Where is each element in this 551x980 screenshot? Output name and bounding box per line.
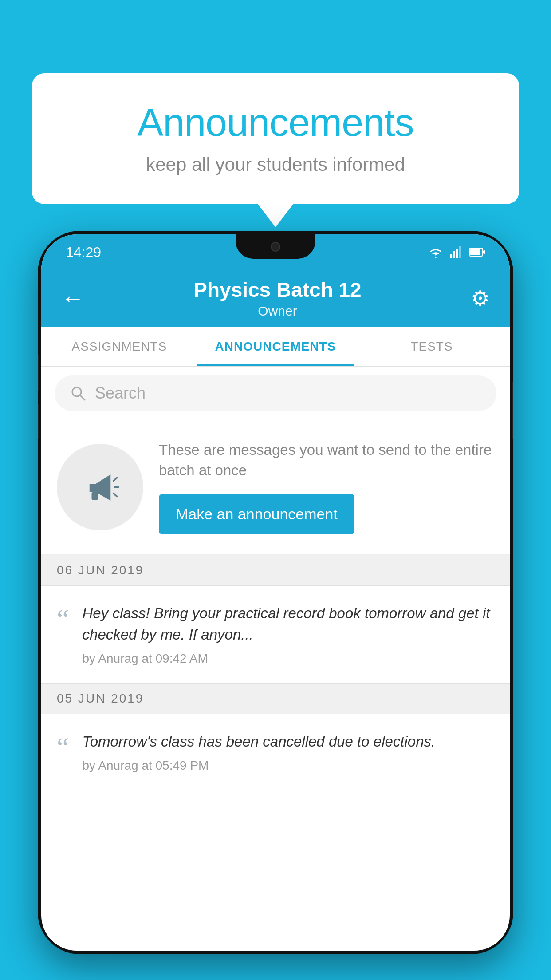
bubble-subtitle: keep all your students informed bbox=[67, 154, 484, 175]
announcement-right: These are messages you want to send to t… bbox=[159, 440, 494, 534]
search-bar-container: Search bbox=[41, 367, 510, 420]
volume-down-button bbox=[38, 404, 39, 439]
announcement-description: These are messages you want to send to t… bbox=[159, 440, 494, 481]
make-announcement-button[interactable]: Make an announcement bbox=[159, 494, 354, 534]
svg-line-8 bbox=[80, 395, 85, 400]
quote-icon-2: “ bbox=[57, 733, 69, 761]
header-title: Physics Batch 12 bbox=[193, 278, 361, 302]
announcement-message-1: Hey class! Bring your practical record b… bbox=[83, 603, 494, 645]
announcement-meta-2: by Anurag at 05:49 PM bbox=[83, 759, 494, 773]
bubble-title: Announcements bbox=[67, 100, 484, 145]
battery-icon bbox=[469, 247, 485, 257]
announcement-item-2: “ Tomorrow's class has been cancelled du… bbox=[41, 714, 510, 790]
settings-button[interactable]: ⚙ bbox=[471, 286, 490, 311]
date-separator-1: 06 JUN 2019 bbox=[41, 555, 510, 586]
power-button bbox=[512, 382, 513, 439]
tab-announcements[interactable]: ANNOUNCEMENTS bbox=[197, 327, 354, 366]
search-bar[interactable]: Search bbox=[55, 375, 496, 411]
announcement-meta-1: by Anurag at 09:42 AM bbox=[83, 652, 494, 666]
wifi-icon bbox=[428, 246, 444, 258]
svg-rect-5 bbox=[470, 249, 480, 255]
announcement-message-2: Tomorrow's class has been cancelled due … bbox=[83, 731, 494, 752]
tab-tests[interactable]: TESTS bbox=[354, 327, 510, 366]
search-placeholder: Search bbox=[95, 384, 146, 403]
app-header: ← Physics Batch 12 Owner ⚙ bbox=[41, 270, 510, 327]
camera-notch bbox=[271, 242, 280, 252]
svg-rect-2 bbox=[456, 249, 458, 258]
quote-icon-1: “ bbox=[57, 605, 69, 632]
phone-container: 14:29 bbox=[38, 231, 513, 980]
announcement-text-block-2: Tomorrow's class has been cancelled due … bbox=[83, 731, 494, 773]
announcement-prompt: These are messages you want to send to t… bbox=[41, 420, 510, 555]
search-icon bbox=[70, 385, 86, 401]
announcement-text-block-1: Hey class! Bring your practical record b… bbox=[83, 603, 494, 666]
svg-line-10 bbox=[114, 478, 117, 481]
svg-rect-3 bbox=[459, 246, 461, 258]
signal-icon bbox=[450, 246, 463, 258]
notch bbox=[236, 234, 315, 259]
header-subtitle: Owner bbox=[193, 304, 361, 319]
date-separator-2: 05 JUN 2019 bbox=[41, 683, 510, 714]
phone-mockup: 14:29 bbox=[38, 231, 513, 954]
back-button[interactable]: ← bbox=[61, 285, 84, 312]
speech-bubble-section: Announcements keep all your students inf… bbox=[32, 73, 519, 204]
svg-rect-6 bbox=[483, 250, 485, 254]
status-icons bbox=[428, 246, 485, 258]
megaphone-icon bbox=[79, 466, 121, 508]
svg-line-12 bbox=[114, 494, 117, 497]
status-time: 14:29 bbox=[66, 244, 101, 261]
volume-up-button bbox=[38, 355, 39, 391]
announcement-icon-circle bbox=[57, 444, 143, 530]
phone-screen: 14:29 bbox=[41, 234, 510, 951]
svg-rect-0 bbox=[450, 254, 452, 258]
speech-bubble: Announcements keep all your students inf… bbox=[32, 73, 519, 204]
header-center: Physics Batch 12 Owner bbox=[193, 278, 361, 319]
announcement-item-1: “ Hey class! Bring your practical record… bbox=[41, 586, 510, 683]
svg-rect-1 bbox=[453, 251, 455, 258]
tab-assignments[interactable]: ASSIGNMENTS bbox=[41, 327, 197, 366]
tab-bar: ASSIGNMENTS ANNOUNCEMENTS TESTS bbox=[41, 327, 510, 367]
svg-rect-9 bbox=[92, 492, 98, 500]
status-bar: 14:29 bbox=[41, 234, 510, 270]
